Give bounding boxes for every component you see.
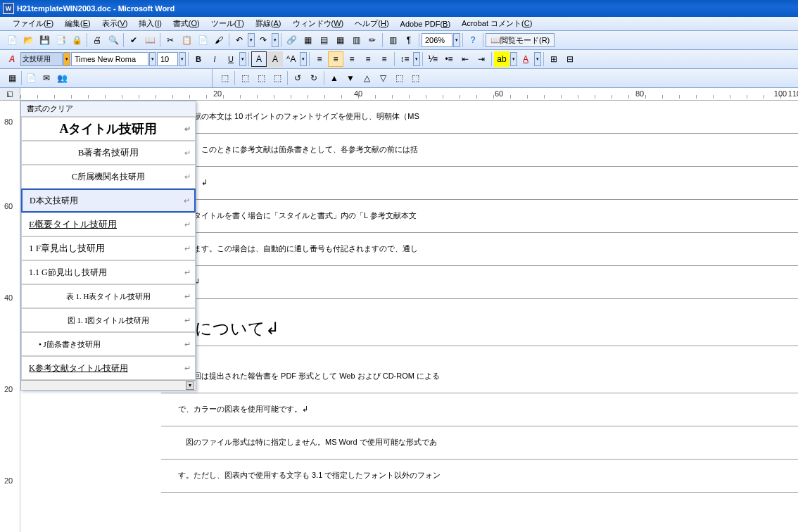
new-button[interactable]: 📄 [4, 32, 20, 48]
char-dropdown[interactable]: ▾ [300, 52, 307, 66]
doc-line[interactable] [161, 299, 798, 313]
text-front-button[interactable]: ⬚ [391, 70, 407, 86]
decrease-indent-button[interactable]: ⇤ [457, 51, 473, 67]
menu-insert[interactable]: 挿入(I) [133, 17, 167, 30]
outline-button[interactable]: ▦ [4, 70, 20, 86]
doc-line[interactable]: ん。↲ [161, 266, 798, 299]
distribute-button[interactable]: ≡ [376, 51, 392, 67]
vertical-text-button[interactable]: ⊟ [562, 51, 578, 67]
paste-button[interactable]: 📄 [195, 32, 210, 48]
style-item-1[interactable]: B著者名技研用↵ [21, 141, 196, 165]
research-button[interactable]: 📖 [142, 32, 158, 48]
save-button[interactable]: 💾 [37, 32, 52, 48]
menu-adobe[interactable]: Adobe PDF(B) [395, 18, 457, 30]
tables-borders-button[interactable]: ▦ [300, 32, 315, 48]
doc-line[interactable] [161, 346, 798, 360]
menu-tools[interactable]: ツール(T) [205, 17, 250, 30]
style-item-5[interactable]: 1 F章見出し技研用↵ [21, 236, 196, 260]
ungroup-button[interactable]: ⬚ [253, 70, 269, 86]
bring-forward-button[interactable]: △ [359, 70, 374, 86]
size-dropdown[interactable]: ▾ [179, 52, 186, 66]
columns-button[interactable]: ▥ [348, 32, 364, 48]
menu-format[interactable]: 書式(O) [167, 17, 205, 30]
menu-help[interactable]: ヘルプ(H) [349, 17, 394, 30]
bold-button[interactable]: B [191, 51, 206, 67]
ruby-button[interactable]: ᴬA [284, 51, 299, 67]
style-dropdown[interactable]: ▾ [63, 52, 70, 66]
redo-button[interactable]: ↷ [255, 32, 271, 48]
doc-line[interactable]: されます。この場合は、自動的に通し番号も付記されますので、通し [161, 233, 798, 266]
increase-indent-button[interactable]: ⇥ [474, 51, 489, 67]
justify-button[interactable]: ≡ [360, 51, 376, 67]
insert-table-button[interactable]: ▤ [316, 32, 331, 48]
style-box[interactable]: 文技研用 [20, 52, 63, 66]
zoom-box[interactable]: 206% [422, 33, 452, 47]
copy-button[interactable]: 📋 [179, 32, 194, 48]
group-button[interactable]: ⬚ [237, 70, 253, 86]
menu-edit[interactable]: 編集(E) [59, 17, 96, 30]
redo-dropdown[interactable]: ▾ [272, 33, 279, 47]
highlight-button[interactable]: ab [494, 51, 509, 67]
underline-dropdown[interactable]: ▾ [239, 52, 246, 66]
menu-view[interactable]: 表示(V) [96, 17, 134, 30]
send-backward-button[interactable]: ▽ [375, 70, 391, 86]
highlight-dropdown[interactable]: ▾ [510, 52, 517, 66]
select-mode-button[interactable]: ⬚ [217, 70, 232, 86]
underline-button[interactable]: U [223, 51, 239, 67]
cut-button[interactable]: ✂ [163, 32, 178, 48]
drawing-button[interactable]: ✏ [365, 32, 380, 48]
doc-line[interactable]: で、カラーの図表を使用可能です。↲ [161, 393, 798, 426]
style-item-9[interactable]: • J箇条書き技研用↵ [21, 332, 196, 356]
italic-button[interactable]: I [207, 51, 222, 67]
doc-line[interactable]: 図のファイル形式は特に指定しません。MS Word で使用可能な形式であ [161, 426, 798, 460]
style-item-3[interactable]: D本文技研用↵ [21, 189, 196, 213]
fontcolor-dropdown[interactable]: ▾ [534, 52, 541, 66]
text-back-button[interactable]: ⬚ [407, 70, 423, 86]
doc-line[interactable]: さい。↲ [161, 167, 798, 200]
menu-file[interactable]: ファイル(F) [7, 17, 59, 30]
style-item-4[interactable]: E概要タイトル技研用↵ [21, 213, 196, 236]
size-box[interactable]: 10 [157, 52, 178, 66]
doc-line[interactable]: さい。このときに参考文献は箇条書きとして、各参考文献の前には括 [161, 134, 798, 167]
pdf-button[interactable]: 📄 [23, 70, 39, 86]
open-button[interactable]: 📂 [20, 32, 36, 48]
style-item-8[interactable]: 図 1. I図タイトル技研用↵ [21, 308, 196, 332]
doc-line[interactable]: 表のタイトルを書く場合に「スタイルと書式」内の「L 参考文献本文 [161, 200, 798, 233]
preview-button[interactable]: 🔍 [106, 32, 121, 48]
style-clear-formatting[interactable]: 書式のクリア [21, 101, 196, 117]
font-box[interactable]: Times New Roma [71, 52, 148, 66]
undo-dropdown[interactable]: ▾ [248, 33, 255, 47]
pdfreview-button[interactable]: 👥 [54, 70, 70, 86]
showhide-button[interactable]: ¶ [401, 32, 417, 48]
spellcheck-button[interactable]: ✔ [126, 32, 141, 48]
help-button[interactable]: ? [465, 32, 481, 48]
style-item-6[interactable]: 1.1 G節見出し技研用↵ [21, 260, 196, 284]
doc-line[interactable]: 図表について↲ [161, 313, 798, 346]
rotate-right-button[interactable]: ↻ [306, 70, 322, 86]
styles-pane-button[interactable]: A [4, 51, 20, 67]
style-item-7[interactable]: 表 1. H表タイトル技研用↵ [21, 284, 196, 308]
menu-acrobat[interactable]: Acrobat コメント(C) [456, 17, 538, 30]
bring-front-button[interactable]: ▲ [327, 70, 342, 86]
numbering-button[interactable]: ⅟≡ [425, 51, 441, 67]
ruler-scale[interactable]: 20406080100110 [20, 88, 798, 100]
vertical-ruler[interactable]: 8060402020 [0, 101, 20, 532]
menu-window[interactable]: ウィンドウ(W) [287, 17, 350, 30]
charshade-button[interactable]: A [267, 51, 283, 67]
excel-button[interactable]: ▦ [332, 32, 348, 48]
style-item-10[interactable]: K参考文献タイトル技研用↵ [21, 356, 196, 380]
print-button[interactable]: 🖨 [89, 32, 105, 48]
docmap-button[interactable]: ▥ [385, 32, 400, 48]
style-item-2[interactable]: C所属機関名技研用↵ [21, 165, 196, 189]
grid-button[interactable]: ⊞ [546, 51, 562, 67]
readmode-button[interactable]: 📖閲覧モード(R) [486, 33, 555, 47]
align-left-button[interactable]: ≡ [312, 51, 327, 67]
doc-line[interactable]: す。ただし、図表内で使用する文字も 3.1 で指定したフォント以外のフォン [161, 460, 798, 493]
permission-button[interactable]: 🔒 [69, 32, 84, 48]
rotate-left-button[interactable]: ↺ [290, 70, 305, 86]
hyperlink-button[interactable]: 🔗 [284, 32, 299, 48]
format-painter-button[interactable]: 🖌 [211, 32, 227, 48]
align-right-button[interactable]: ≡ [344, 51, 360, 67]
undo-button[interactable]: ↶ [232, 32, 247, 48]
doc-line[interactable]: 考文献の本文は 10 ポイントのフォントサイズを使用し、明朝体（MS [161, 101, 798, 134]
